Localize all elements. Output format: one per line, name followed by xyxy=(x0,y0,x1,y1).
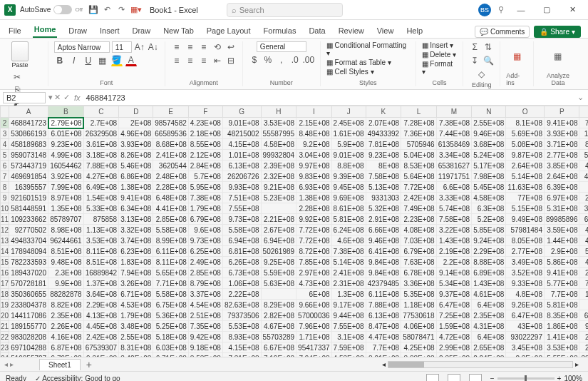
row-header-14[interactable]: 14 xyxy=(1,246,9,257)
cell-M6[interactable]: 65381627 xyxy=(436,161,472,171)
insert-cells-button[interactable]: ▦ Insert ▾ xyxy=(422,41,454,49)
cell-L21[interactable]: 4.06E+08 xyxy=(401,321,437,332)
align-right-icon[interactable]: ≡ xyxy=(198,55,210,66)
cell-H21[interactable]: 4.67E+08 xyxy=(261,321,296,332)
cell-P14[interactable]: 2.9E+08 xyxy=(544,246,579,257)
cell-Q23[interactable]: 2.37E+08 xyxy=(579,342,588,353)
cell-L14[interactable]: 6.79E+08 xyxy=(401,246,437,257)
cell-A6[interactable]: 573443719 xyxy=(9,161,48,171)
col-header-A[interactable]: A xyxy=(9,106,48,118)
addins-icon[interactable]: ▦ xyxy=(507,45,527,68)
cell-M24[interactable]: 2.35E+08 xyxy=(436,353,472,357)
cell-P6[interactable]: 3.85E+08 xyxy=(544,161,579,171)
cell-M9[interactable]: 3.33E+08 xyxy=(436,193,472,203)
cell-J19[interactable]: 9.17E+08 xyxy=(331,300,366,310)
cell-D21[interactable]: 3.48E+08 xyxy=(119,321,153,332)
cell-Q5[interactable]: 56499518 xyxy=(579,150,588,161)
cell-N18[interactable]: 4.61E+08 xyxy=(472,289,506,300)
cell-E2[interactable]: 98574582 xyxy=(153,118,189,128)
cell-O11[interactable]: 9.49E+08 xyxy=(506,214,545,225)
expand-formula-icon[interactable]: ⌄ xyxy=(573,93,588,102)
cell-L3[interactable]: 7.36E+08 xyxy=(401,128,437,139)
cell-F23[interactable]: 9.18E+08 xyxy=(188,342,222,353)
col-header-H[interactable]: H xyxy=(261,106,296,118)
cell-C10[interactable]: 5.33E+08 xyxy=(83,203,119,214)
row-header-16[interactable]: 16 xyxy=(1,268,9,278)
row-header-19[interactable]: 19 xyxy=(1,300,9,310)
status-accessibility[interactable]: ✓ Accessibility: Good to go xyxy=(35,375,120,381)
cell-N3[interactable]: 9.46E+08 xyxy=(472,128,506,139)
cell-A14[interactable]: 178948094 xyxy=(9,246,48,257)
cell-K10[interactable]: 5.32E+08 xyxy=(366,203,401,214)
cell-P18[interactable]: 7.7E+08 xyxy=(544,289,579,300)
row-header-10[interactable]: 10 xyxy=(1,203,9,214)
cell-L7[interactable]: 5.64E+08 xyxy=(401,171,437,182)
cell-D17[interactable]: 3.26E+08 xyxy=(119,278,153,289)
cell-K20[interactable]: 6.13E+08 xyxy=(366,310,401,321)
cell-C8[interactable]: 6.49E+08 xyxy=(83,182,119,193)
cell-L22[interactable]: 58078471 xyxy=(401,332,437,342)
cell-M22[interactable]: 4.72E+08 xyxy=(436,332,472,342)
row-header-18[interactable]: 18 xyxy=(1,289,9,300)
cell-H4[interactable]: 4.58E+08 xyxy=(261,139,296,150)
row-header-12[interactable]: 12 xyxy=(1,225,9,235)
cell-P19[interactable]: 5.81E+08 xyxy=(544,300,579,310)
cell-E16[interactable]: 5.65E+08 xyxy=(153,268,189,278)
cell-P2[interactable]: 9.41E+08 xyxy=(544,118,579,128)
cell-A13[interactable]: 494833704 xyxy=(9,235,48,246)
cell-N20[interactable]: 2.35E+08 xyxy=(472,310,506,321)
cell-N23[interactable]: 2.65E+08 xyxy=(472,342,506,353)
cell-F2[interactable]: 4.23E+08 xyxy=(188,118,222,128)
cell-H11[interactable]: 2.21E+08 xyxy=(261,214,296,225)
cell-B7[interactable]: 3.92E+08 xyxy=(48,171,84,182)
cell-A18[interactable]: 350360655 xyxy=(9,289,48,300)
cell-A21[interactable]: 189155770 xyxy=(9,321,48,332)
cell-L23[interactable]: 4.25E+08 xyxy=(401,342,437,353)
cell-J5[interactable]: 9.01E+08 xyxy=(331,150,366,161)
cell-K18[interactable]: 6.11E+08 xyxy=(366,289,401,300)
cell-O2[interactable]: 8.1E+08 xyxy=(506,118,545,128)
cell-Q3[interactable]: 16298190 xyxy=(579,128,588,139)
font-name-combo[interactable]: Aptos Narrow xyxy=(54,41,110,53)
cell-O12[interactable]: 57981484 xyxy=(506,225,545,235)
sheet-tab-sheet1[interactable]: Sheet1 xyxy=(39,359,81,370)
cell-H9[interactable]: 5.23E+08 xyxy=(261,193,296,203)
cell-O24[interactable]: 2.3E+08 xyxy=(506,353,545,357)
cell-L13[interactable]: 7.03E+08 xyxy=(401,235,437,246)
cell-O5[interactable]: 9.87E+08 xyxy=(506,150,545,161)
cell-I19[interactable]: 9.66E+08 xyxy=(296,300,332,310)
italic-icon[interactable]: I xyxy=(68,55,80,66)
cell-D24[interactable]: 3.42E+08 xyxy=(119,353,153,357)
cell-Q17[interactable]: 7.04E+08 xyxy=(579,278,588,289)
row-header-5[interactable]: 5 xyxy=(1,150,9,161)
cell-H17[interactable]: 5.63E+08 xyxy=(261,278,296,289)
cell-I5[interactable]: 3.04E+08 xyxy=(296,150,332,161)
cell-H16[interactable]: 5.59E+08 xyxy=(261,268,296,278)
cell-H14[interactable]: 50261989 xyxy=(261,246,296,257)
analyze-data-icon[interactable]: ▦ xyxy=(548,45,568,68)
merge-icon[interactable]: ⊟ xyxy=(225,55,237,66)
cell-I14[interactable]: 8.72E+08 xyxy=(296,246,332,257)
autosave-switch[interactable] xyxy=(53,5,72,14)
cell-L18[interactable]: 5.35E+08 xyxy=(401,289,437,300)
decrease-font-icon[interactable]: A↓ xyxy=(148,41,159,53)
zoom-level[interactable]: 100% xyxy=(564,375,582,381)
currency-icon[interactable]: $ xyxy=(249,54,260,66)
cell-G15[interactable]: 6.26E+08 xyxy=(222,257,261,268)
cell-G20[interactable]: 79373506 xyxy=(222,310,261,321)
cell-B5[interactable]: 4.99E+08 xyxy=(48,150,84,161)
cell-Q20[interactable]: 68519280 xyxy=(579,310,588,321)
tab-pagelayout[interactable]: Page Layout xyxy=(205,24,252,38)
cell-B10[interactable]: 1.35E+08 xyxy=(48,203,84,214)
row-header-4[interactable]: 4 xyxy=(1,139,9,150)
cell-D16[interactable]: 7.94E+08 xyxy=(119,268,153,278)
fx-icon[interactable]: fx xyxy=(74,93,81,102)
number-format-combo[interactable]: General xyxy=(257,41,306,52)
cell-J14[interactable]: 7.38E+08 xyxy=(331,246,366,257)
cell-L17[interactable]: 3.36E+08 xyxy=(401,278,437,289)
cell-Q7[interactable]: 42266854 xyxy=(579,171,588,182)
cell-J6[interactable]: 8.8E+08 xyxy=(331,161,366,171)
cell-I18[interactable]: 6E+08 xyxy=(296,289,332,300)
cell-N22[interactable]: 6.4E+08 xyxy=(472,332,506,342)
cell-D8[interactable]: 1.38E+08 xyxy=(119,182,153,193)
